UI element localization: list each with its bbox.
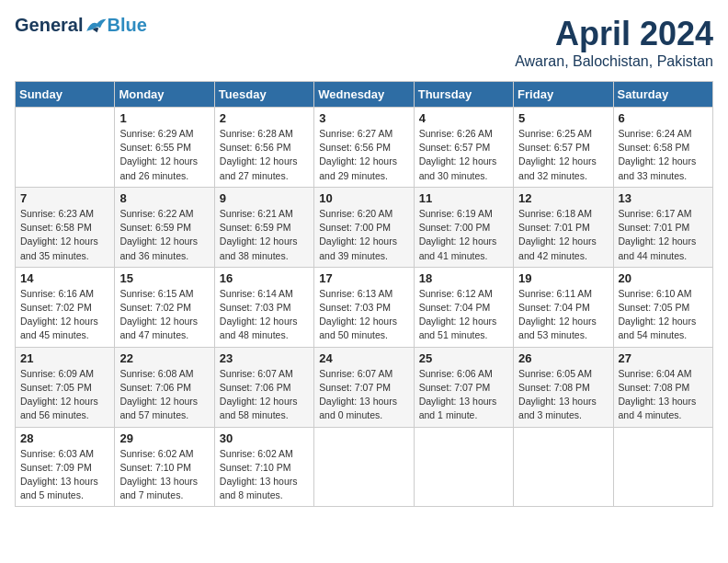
calendar-cell: 25Sunrise: 6:06 AM Sunset: 7:07 PM Dayli… bbox=[414, 347, 513, 427]
day-info: Sunrise: 6:06 AM Sunset: 7:07 PM Dayligh… bbox=[419, 367, 508, 423]
calendar-cell: 26Sunrise: 6:05 AM Sunset: 7:08 PM Dayli… bbox=[514, 347, 613, 427]
day-info: Sunrise: 6:28 AM Sunset: 6:56 PM Dayligh… bbox=[220, 127, 309, 183]
day-number: 18 bbox=[419, 271, 508, 285]
calendar-cell: 21Sunrise: 6:09 AM Sunset: 7:05 PM Dayli… bbox=[16, 347, 115, 427]
day-number: 11 bbox=[419, 191, 508, 205]
calendar-body: 1Sunrise: 6:29 AM Sunset: 6:55 PM Daylig… bbox=[16, 108, 713, 507]
logo: General Blue bbox=[15, 15, 147, 36]
calendar-cell: 24Sunrise: 6:07 AM Sunset: 7:07 PM Dayli… bbox=[314, 347, 414, 427]
calendar-cell: 14Sunrise: 6:16 AM Sunset: 7:02 PM Dayli… bbox=[16, 267, 115, 347]
day-number: 5 bbox=[518, 111, 608, 125]
calendar-cell: 15Sunrise: 6:15 AM Sunset: 7:02 PM Dayli… bbox=[115, 267, 214, 347]
day-number: 20 bbox=[619, 271, 708, 285]
calendar-cell: 30Sunrise: 6:02 AM Sunset: 7:10 PM Dayli… bbox=[214, 427, 313, 507]
day-number: 4 bbox=[419, 111, 508, 125]
calendar-cell: 19Sunrise: 6:11 AM Sunset: 7:04 PM Dayli… bbox=[514, 267, 613, 347]
day-info: Sunrise: 6:03 AM Sunset: 7:09 PM Dayligh… bbox=[20, 447, 109, 503]
calendar-header-saturday: Saturday bbox=[613, 82, 712, 108]
day-number: 6 bbox=[619, 111, 708, 125]
calendar-cell bbox=[514, 427, 613, 507]
calendar-cell: 7Sunrise: 6:23 AM Sunset: 6:58 PM Daylig… bbox=[16, 187, 115, 267]
calendar-cell: 22Sunrise: 6:08 AM Sunset: 7:06 PM Dayli… bbox=[115, 347, 214, 427]
calendar-cell: 13Sunrise: 6:17 AM Sunset: 7:01 PM Dayli… bbox=[613, 187, 712, 267]
header: General Blue April 2024 Awaran, Balochis… bbox=[15, 15, 713, 70]
day-number: 24 bbox=[319, 351, 408, 365]
day-number: 27 bbox=[619, 351, 708, 365]
month-title: April 2024 bbox=[515, 15, 713, 53]
calendar-header-tuesday: Tuesday bbox=[214, 82, 313, 108]
day-info: Sunrise: 6:04 AM Sunset: 7:08 PM Dayligh… bbox=[619, 367, 708, 423]
day-number: 14 bbox=[20, 271, 109, 285]
calendar-week-row: 14Sunrise: 6:16 AM Sunset: 7:02 PM Dayli… bbox=[16, 267, 713, 347]
day-info: Sunrise: 6:02 AM Sunset: 7:10 PM Dayligh… bbox=[220, 447, 309, 503]
day-info: Sunrise: 6:27 AM Sunset: 6:56 PM Dayligh… bbox=[319, 127, 408, 183]
location-title: Awaran, Balochistan, Pakistan bbox=[515, 53, 713, 70]
calendar-cell: 5Sunrise: 6:25 AM Sunset: 6:57 PM Daylig… bbox=[514, 108, 613, 188]
day-number: 9 bbox=[220, 191, 309, 205]
day-number: 2 bbox=[220, 111, 309, 125]
day-number: 10 bbox=[319, 191, 408, 205]
day-info: Sunrise: 6:09 AM Sunset: 7:05 PM Dayligh… bbox=[20, 367, 109, 423]
calendar-cell: 4Sunrise: 6:26 AM Sunset: 6:57 PM Daylig… bbox=[414, 108, 513, 188]
day-info: Sunrise: 6:07 AM Sunset: 7:07 PM Dayligh… bbox=[319, 367, 408, 423]
day-number: 3 bbox=[319, 111, 408, 125]
calendar-cell: 29Sunrise: 6:02 AM Sunset: 7:10 PM Dayli… bbox=[115, 427, 214, 507]
day-info: Sunrise: 6:07 AM Sunset: 7:06 PM Dayligh… bbox=[220, 367, 309, 423]
calendar-week-row: 28Sunrise: 6:03 AM Sunset: 7:09 PM Dayli… bbox=[16, 427, 713, 507]
day-info: Sunrise: 6:26 AM Sunset: 6:57 PM Dayligh… bbox=[419, 127, 508, 183]
title-area: April 2024 Awaran, Balochistan, Pakistan bbox=[515, 15, 713, 70]
day-number: 22 bbox=[119, 351, 209, 365]
calendar-header-monday: Monday bbox=[115, 82, 214, 108]
calendar-cell: 9Sunrise: 6:21 AM Sunset: 6:59 PM Daylig… bbox=[214, 187, 313, 267]
calendar-cell: 8Sunrise: 6:22 AM Sunset: 6:59 PM Daylig… bbox=[115, 187, 214, 267]
calendar-header-friday: Friday bbox=[514, 82, 613, 108]
day-number: 8 bbox=[119, 191, 209, 205]
day-info: Sunrise: 6:19 AM Sunset: 7:00 PM Dayligh… bbox=[419, 207, 508, 263]
day-number: 1 bbox=[119, 111, 209, 125]
day-info: Sunrise: 6:02 AM Sunset: 7:10 PM Dayligh… bbox=[119, 447, 209, 503]
calendar-week-row: 1Sunrise: 6:29 AM Sunset: 6:55 PM Daylig… bbox=[16, 108, 713, 188]
day-info: Sunrise: 6:12 AM Sunset: 7:04 PM Dayligh… bbox=[419, 287, 508, 343]
day-number: 26 bbox=[518, 351, 608, 365]
day-info: Sunrise: 6:05 AM Sunset: 7:08 PM Dayligh… bbox=[518, 367, 608, 423]
day-number: 25 bbox=[419, 351, 508, 365]
day-number: 13 bbox=[619, 191, 708, 205]
day-info: Sunrise: 6:22 AM Sunset: 6:59 PM Dayligh… bbox=[119, 207, 209, 263]
day-number: 29 bbox=[119, 431, 209, 445]
calendar-cell: 11Sunrise: 6:19 AM Sunset: 7:00 PM Dayli… bbox=[414, 187, 513, 267]
calendar-cell: 27Sunrise: 6:04 AM Sunset: 7:08 PM Dayli… bbox=[613, 347, 712, 427]
calendar-header-row: SundayMondayTuesdayWednesdayThursdayFrid… bbox=[16, 82, 713, 108]
calendar-cell: 1Sunrise: 6:29 AM Sunset: 6:55 PM Daylig… bbox=[115, 108, 214, 188]
calendar-cell: 18Sunrise: 6:12 AM Sunset: 7:04 PM Dayli… bbox=[414, 267, 513, 347]
calendar-cell: 16Sunrise: 6:14 AM Sunset: 7:03 PM Dayli… bbox=[214, 267, 313, 347]
day-info: Sunrise: 6:10 AM Sunset: 7:05 PM Dayligh… bbox=[619, 287, 708, 343]
day-info: Sunrise: 6:15 AM Sunset: 7:02 PM Dayligh… bbox=[119, 287, 209, 343]
calendar-week-row: 21Sunrise: 6:09 AM Sunset: 7:05 PM Dayli… bbox=[16, 347, 713, 427]
calendar-cell: 12Sunrise: 6:18 AM Sunset: 7:01 PM Dayli… bbox=[514, 187, 613, 267]
day-number: 15 bbox=[119, 271, 209, 285]
day-number: 12 bbox=[518, 191, 608, 205]
calendar-cell: 6Sunrise: 6:24 AM Sunset: 6:58 PM Daylig… bbox=[613, 108, 712, 188]
day-number: 23 bbox=[220, 351, 309, 365]
calendar-table: SundayMondayTuesdayWednesdayThursdayFrid… bbox=[15, 81, 713, 507]
calendar-cell: 28Sunrise: 6:03 AM Sunset: 7:09 PM Dayli… bbox=[16, 427, 115, 507]
day-number: 7 bbox=[20, 191, 109, 205]
calendar-cell: 10Sunrise: 6:20 AM Sunset: 7:00 PM Dayli… bbox=[314, 187, 414, 267]
calendar-cell: 20Sunrise: 6:10 AM Sunset: 7:05 PM Dayli… bbox=[613, 267, 712, 347]
day-info: Sunrise: 6:20 AM Sunset: 7:00 PM Dayligh… bbox=[319, 207, 408, 263]
day-number: 19 bbox=[518, 271, 608, 285]
day-info: Sunrise: 6:29 AM Sunset: 6:55 PM Dayligh… bbox=[119, 127, 209, 183]
day-number: 21 bbox=[20, 351, 109, 365]
calendar-cell: 17Sunrise: 6:13 AM Sunset: 7:03 PM Dayli… bbox=[314, 267, 414, 347]
day-info: Sunrise: 6:21 AM Sunset: 6:59 PM Dayligh… bbox=[220, 207, 309, 263]
day-info: Sunrise: 6:17 AM Sunset: 7:01 PM Dayligh… bbox=[619, 207, 708, 263]
calendar-cell: 3Sunrise: 6:27 AM Sunset: 6:56 PM Daylig… bbox=[314, 108, 414, 188]
calendar-header-thursday: Thursday bbox=[414, 82, 513, 108]
calendar-cell bbox=[414, 427, 513, 507]
day-info: Sunrise: 6:13 AM Sunset: 7:03 PM Dayligh… bbox=[319, 287, 408, 343]
calendar-header-wednesday: Wednesday bbox=[314, 82, 414, 108]
day-info: Sunrise: 6:24 AM Sunset: 6:58 PM Dayligh… bbox=[619, 127, 708, 183]
logo-general-text: General bbox=[15, 15, 83, 36]
day-number: 16 bbox=[220, 271, 309, 285]
day-info: Sunrise: 6:23 AM Sunset: 6:58 PM Dayligh… bbox=[20, 207, 109, 263]
